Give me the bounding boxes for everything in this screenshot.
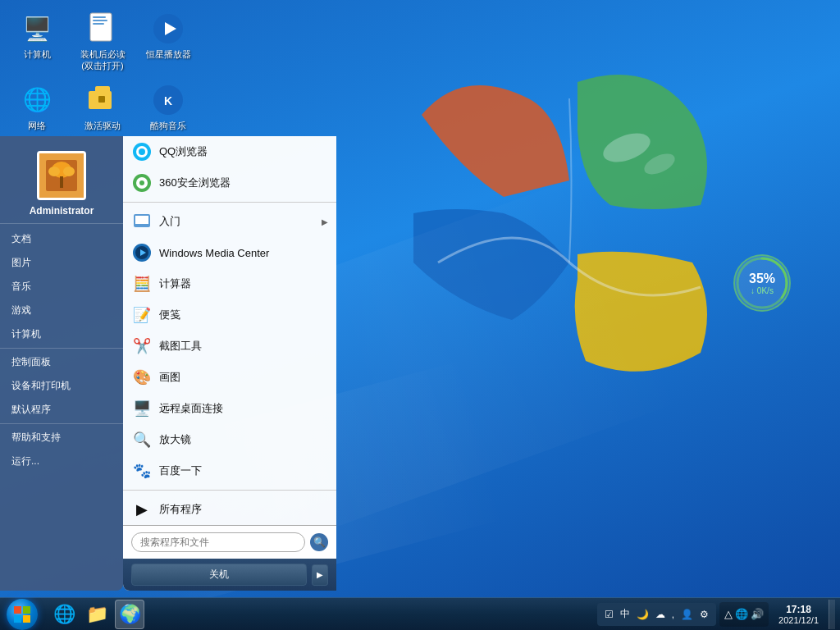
start-menu-run[interactable]: 运行... bbox=[0, 450, 123, 473]
shutdown-button[interactable]: 关机 bbox=[131, 564, 307, 586]
show-desktop-button[interactable] bbox=[829, 600, 835, 629]
magnifier-icon: 🔍 bbox=[131, 429, 153, 450]
start-menu-remote-desktop[interactable]: 🖥️ 远程桌面连接 bbox=[123, 393, 336, 424]
start-menu-left-panel: QQ浏览器 360安全浏览器 入门 ▶ bbox=[123, 136, 336, 591]
desktop-icon-hengxing[interactable]: 恒星播放器 bbox=[139, 8, 197, 75]
clock[interactable]: 17:18 2021/12/1 bbox=[772, 604, 825, 625]
start-menu-help[interactable]: 帮助和支持 bbox=[0, 426, 123, 450]
shutdown-bar: 关机 ▶ bbox=[123, 559, 336, 591]
start-menu-baidu[interactable]: 🐾 百度一下 bbox=[123, 455, 336, 486]
svg-point-19 bbox=[48, 167, 60, 176]
taskbar-explorer-icon[interactable]: 📁 bbox=[82, 600, 112, 629]
tray-moon-icon[interactable]: 🌙 bbox=[634, 607, 651, 622]
start-menu-360-browser[interactable]: 360安全浏览器 bbox=[123, 167, 336, 199]
taskbar-ie-icon[interactable]: 🌍 bbox=[115, 600, 144, 629]
start-menu-magnifier[interactable]: 🔍 放大镜 bbox=[123, 424, 336, 455]
desktop-icon-install-readme[interactable]: 装机后必读(双击打开) bbox=[74, 8, 131, 75]
user-avatar bbox=[37, 151, 86, 200]
start-menu-pictures[interactable]: 图片 bbox=[0, 251, 123, 275]
kugou-label: 酷狗音乐 bbox=[150, 120, 186, 131]
svg-rect-28 bbox=[135, 216, 148, 224]
search-button[interactable]: 🔍 bbox=[310, 533, 328, 551]
network-label: 网络 bbox=[28, 120, 46, 131]
separator-1 bbox=[123, 202, 336, 203]
tray-gear-icon[interactable]: ⚙ bbox=[697, 607, 711, 622]
sticky-notes-icon: 📝 bbox=[131, 304, 153, 326]
svg-rect-5 bbox=[93, 23, 104, 25]
start-menu-control-panel[interactable]: 控制面板 bbox=[0, 350, 123, 374]
start-orb bbox=[7, 599, 38, 630]
taskbar: 🌐 📁 🌍 ☑ 中 🌙 ☁ , 👤 ⚙ △ 🌐 🔊 bbox=[0, 597, 840, 630]
clock-time: 17:18 bbox=[786, 604, 811, 615]
desktop-icon-network[interactable]: 🌐 网络 bbox=[8, 80, 66, 135]
start-menu-computer[interactable]: 计算机 bbox=[0, 322, 123, 346]
svg-rect-32 bbox=[14, 606, 21, 614]
start-menu-snipping-tool[interactable]: ✂️ 截图工具 bbox=[123, 331, 336, 362]
computer-label: 计算机 bbox=[24, 48, 51, 60]
install-readme-label: 装机后必读(双击打开) bbox=[77, 48, 128, 72]
tray-checkbox-icon[interactable]: ☑ bbox=[602, 607, 616, 622]
windows-flag-small bbox=[13, 605, 31, 623]
qq-browser-label: QQ浏览器 bbox=[159, 144, 208, 159]
start-menu-music[interactable]: 音乐 bbox=[0, 275, 123, 299]
separator-2 bbox=[123, 490, 336, 491]
start-menu-default-programs[interactable]: 默认程序 bbox=[0, 398, 123, 422]
user-name: Administrator bbox=[30, 205, 94, 217]
svg-rect-34 bbox=[14, 615, 21, 623]
search-input[interactable] bbox=[131, 532, 305, 552]
start-menu-qq-browser[interactable]: QQ浏览器 bbox=[123, 136, 336, 167]
ime-toolbar: ☑ 中 🌙 ☁ , 👤 ⚙ bbox=[597, 603, 716, 626]
net-speed-widget: 35% ↓ 0K/s bbox=[733, 254, 791, 312]
svg-point-26 bbox=[139, 180, 144, 185]
svg-text:K: K bbox=[164, 94, 172, 107]
start-menu-intro[interactable]: 入门 ▶ bbox=[123, 206, 336, 237]
calculator-label: 计算器 bbox=[159, 276, 191, 291]
network-icon: 🌐 bbox=[20, 83, 54, 117]
remote-desktop-label: 远程桌面连接 bbox=[159, 401, 223, 416]
system-tray: ☑ 中 🌙 ☁ , 👤 ⚙ △ 🌐 🔊 17:18 2021/12/1 bbox=[597, 600, 840, 629]
start-menu-games[interactable]: 游戏 bbox=[0, 299, 123, 322]
start-menu-calculator[interactable]: 🧮 计算器 bbox=[123, 268, 336, 299]
svg-rect-3 bbox=[93, 16, 106, 18]
desktop-icon-computer[interactable]: 🖥️ 计算机 bbox=[8, 8, 66, 75]
360-browser-icon bbox=[131, 172, 153, 194]
start-menu-sticky-notes[interactable]: 📝 便笺 bbox=[123, 299, 336, 331]
desktop-icon-row-2: 🌐 网络 激活驱动 K bbox=[8, 80, 197, 135]
hengxing-icon bbox=[151, 11, 185, 46]
start-menu: Administrator 文档 图片 音乐 游戏 计算机 控制面板 设备和打印… bbox=[0, 136, 336, 591]
notification-area: △ 🌐 🔊 bbox=[719, 602, 769, 627]
shutdown-arrow-button[interactable]: ▶ bbox=[312, 564, 328, 586]
tray-network-globe[interactable]: 🌐 bbox=[735, 608, 748, 620]
tray-volume-icon[interactable]: 🔊 bbox=[751, 608, 764, 620]
desktop-icon-activate-driver[interactable]: 激活驱动 bbox=[74, 80, 131, 135]
tray-up-arrow[interactable]: △ bbox=[724, 608, 733, 620]
start-menu-paint[interactable]: 🎨 画图 bbox=[123, 362, 336, 393]
taskbar-pinned-icons: 🌐 📁 🌍 bbox=[49, 600, 144, 629]
desktop: 🖥️ 计算机 装机后必读(双击打开) bbox=[0, 0, 840, 630]
svg-point-20 bbox=[63, 167, 75, 176]
desktop-icon-kugou[interactable]: K 酷狗音乐 bbox=[139, 80, 197, 135]
svg-rect-10 bbox=[98, 96, 105, 103]
wmc-icon bbox=[131, 242, 153, 263]
net-speed: ↓ 0K/s bbox=[751, 286, 774, 295]
taskbar-network-icon[interactable]: 🌐 bbox=[49, 600, 79, 629]
start-menu-left-items: QQ浏览器 360安全浏览器 入门 ▶ bbox=[123, 136, 336, 525]
start-menu-devices-printers[interactable]: 设备和打印机 bbox=[0, 374, 123, 398]
tray-ime-zh[interactable]: 中 bbox=[618, 605, 632, 623]
install-readme-icon bbox=[85, 11, 120, 46]
tray-comma-icon[interactable]: , bbox=[669, 607, 677, 622]
tray-user-icon[interactable]: 👤 bbox=[678, 607, 696, 622]
start-menu-documents[interactable]: 文档 bbox=[0, 227, 123, 251]
net-circle: 35% ↓ 0K/s bbox=[733, 254, 791, 312]
computer-icon: 🖥️ bbox=[20, 11, 54, 46]
remote-desktop-icon: 🖥️ bbox=[131, 398, 153, 419]
svg-rect-33 bbox=[23, 606, 30, 614]
tray-cloud-icon[interactable]: ☁ bbox=[653, 607, 668, 622]
baidu-icon: 🐾 bbox=[131, 460, 153, 482]
all-programs-icon: ▶ bbox=[131, 499, 153, 520]
windows-logo bbox=[397, 49, 742, 476]
start-menu-all-programs[interactable]: ▶ 所有程序 bbox=[123, 494, 336, 525]
start-menu-wmc[interactable]: Windows Media Center bbox=[123, 237, 336, 268]
start-button[interactable] bbox=[0, 598, 44, 631]
sticky-notes-label: 便笺 bbox=[159, 308, 180, 322]
